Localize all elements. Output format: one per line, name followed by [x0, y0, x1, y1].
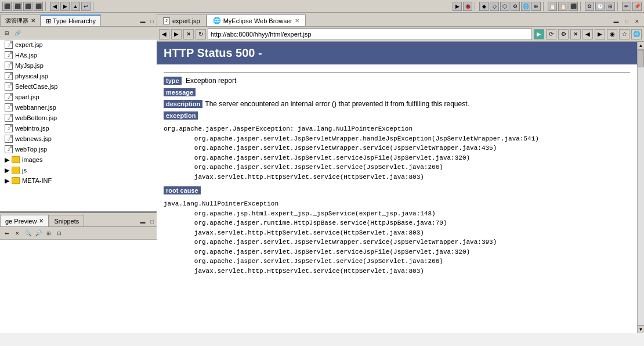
tab-snippets[interactable]: Snippets: [49, 215, 84, 226]
toolbar-icon-3[interactable]: ⬛: [23, 2, 32, 11]
toolbar-icon-19[interactable]: 🕐: [595, 2, 605, 11]
tab-expert-jsp[interactable]: J expert.jsp: [157, 15, 207, 26]
toolbar-icon-8[interactable]: ↩: [81, 2, 91, 11]
left-panel-toolbar: ⊟ 🔗: [0, 27, 157, 39]
scroll-down-btn[interactable]: ▼: [638, 325, 644, 333]
collapse-all-btn[interactable]: ⊟: [2, 28, 12, 38]
right-panel-min[interactable]: ▬: [612, 17, 621, 26]
left-panel-tabs: 源管理器 ✕ ⊞ Type Hierarchy ▬ □: [0, 13, 157, 27]
toolbar-icon-5[interactable]: ◀: [50, 2, 59, 11]
bottom-btn-2[interactable]: ✕: [13, 229, 22, 238]
tree-item-meta-inf[interactable]: ▶ META-INF: [0, 175, 157, 186]
toolbar-icon-4[interactable]: ⬛: [34, 2, 43, 11]
maximize-bottom-btn[interactable]: □: [147, 217, 157, 226]
scroll-up-btn[interactable]: ▲: [638, 42, 644, 50]
toolbar-icon-13[interactable]: 🌐: [521, 2, 530, 11]
bottom-btn-1[interactable]: ⬅: [2, 229, 12, 238]
tree-item-webbottom[interactable]: J webBottom.jsp: [0, 113, 157, 123]
browser-stop-btn[interactable]: ✕: [183, 29, 194, 39]
tree-item-expert-jsp[interactable]: J expert.jsp: [0, 39, 157, 50]
scroll-thumb[interactable]: [638, 50, 644, 67]
tree-item-webtop[interactable]: J webTop.jsp: [0, 144, 157, 154]
toolbar-icon-20[interactable]: ⊞: [606, 2, 615, 11]
tree-item-physical[interactable]: J physical.jsp: [0, 71, 157, 81]
right-scrollbar[interactable]: ▲ ▼: [637, 42, 644, 333]
right-panel-max[interactable]: □: [622, 17, 631, 26]
toolbar-icon-18[interactable]: ⚙: [585, 2, 594, 11]
message-label: message: [164, 88, 196, 96]
tree-item-webintro[interactable]: J webintro.jsp: [0, 123, 157, 134]
toolbar-icon-6[interactable]: ▶: [60, 2, 70, 11]
tab-source-explorer[interactable]: 源管理器 ✕: [0, 15, 41, 26]
tree-item-has-jsp[interactable]: J HAs.jsp: [0, 50, 157, 60]
maximize-left-btn[interactable]: □: [147, 17, 157, 26]
toolbar-icon-7[interactable]: ▲: [71, 2, 80, 11]
tree-item-images[interactable]: ▶ images: [0, 154, 157, 165]
tree-item-webbanner[interactable]: J webbanner.jsp: [0, 102, 157, 113]
jsp-tab-icon: J: [163, 17, 170, 24]
file-label: SelectCase.jsp: [15, 83, 57, 90]
browser-btn-4[interactable]: ✕: [570, 29, 581, 39]
browser-btn-8[interactable]: ☆: [619, 29, 629, 39]
browser-refresh-btn[interactable]: ↻: [196, 29, 206, 39]
toolbar-icon-2[interactable]: ⬛: [13, 2, 22, 11]
toolbar-icon-1[interactable]: ⬛: [2, 2, 12, 11]
main-layout: 源管理器 ✕ ⊞ Type Hierarchy ▬ □ ⊟ 🔗: [0, 13, 644, 333]
minimize-bottom-btn[interactable]: ▬: [138, 217, 147, 226]
http-divider-1: [164, 73, 630, 73]
scroll-track[interactable]: [638, 50, 644, 325]
tree-item-js[interactable]: ▶ js: [0, 165, 157, 175]
web-browser-tab-label: MyEclipse Web Browser: [223, 17, 292, 24]
browser-btn-2[interactable]: ⟳: [546, 29, 556, 39]
browser-tab-close[interactable]: ✕: [295, 17, 299, 24]
toolbar-icon-11[interactable]: ⬡: [500, 2, 509, 11]
tree-item-spart[interactable]: J spart.jsp: [0, 92, 157, 102]
minimize-left-btn[interactable]: ▬: [138, 17, 147, 26]
toolbar-icon-15[interactable]: 📋: [548, 2, 557, 11]
bottom-btn-4[interactable]: 🔎: [34, 229, 43, 238]
tree-item-webnews[interactable]: J webnews.jsp: [0, 134, 157, 144]
browser-btn-7[interactable]: ◉: [607, 29, 617, 39]
bottom-panel-toolbar: ⬅ ✕ 🔍 🔎 ⊞ ⊡: [0, 227, 157, 240]
tab-type-hierarchy[interactable]: ⊞ Type Hierarchy: [41, 15, 101, 26]
toolbar-icon-12[interactable]: ⚙: [511, 2, 520, 11]
page-preview-close[interactable]: ✕: [39, 218, 44, 224]
http-type-section: type Exception report: [164, 77, 630, 85]
toolbar-icon-debug[interactable]: 🐞: [463, 2, 472, 11]
right-panel-close[interactable]: ✕: [632, 17, 642, 26]
bottom-btn-3[interactable]: 🔍: [23, 229, 32, 238]
file-label: webnews.jsp: [15, 135, 52, 142]
toolbar-icon-16[interactable]: 📋: [558, 2, 567, 11]
http-status-header: HTTP Status 500 -: [157, 42, 637, 64]
tree-item-selectcase[interactable]: J SelectCase.jsp: [0, 81, 157, 92]
toolbar-icon-22[interactable]: 📌: [632, 2, 642, 11]
toolbar-icon-9[interactable]: ◆: [479, 2, 489, 11]
browser-btn-5[interactable]: ◀: [583, 29, 593, 39]
web-content[interactable]: HTTP Status 500 - type Exception report …: [157, 42, 637, 333]
toolbar-icon-21[interactable]: ✏: [622, 2, 631, 11]
browser-btn-9[interactable]: 🌐: [631, 29, 642, 39]
toolbar-icon-14[interactable]: ⊕: [531, 2, 541, 11]
browser-btn-3[interactable]: ⚙: [558, 29, 569, 39]
folder-expand-icon: ▶: [5, 156, 9, 164]
browser-forward-btn[interactable]: ▶: [171, 29, 182, 39]
file-tree[interactable]: J expert.jsp J HAs.jsp J MyJsp.jsp J phy…: [0, 39, 157, 211]
toolbar-icon-run[interactable]: ▶: [453, 2, 462, 11]
link-editor-btn[interactable]: 🔗: [13, 28, 22, 38]
bottom-btn-6[interactable]: ⊡: [55, 229, 64, 238]
jsp-file-icon: J: [5, 93, 13, 101]
toolbar-icon-10[interactable]: ◇: [490, 2, 499, 11]
toolbar-icon-17[interactable]: ⬛: [569, 2, 578, 11]
tab-web-browser[interactable]: 🌐 MyEclipse Web Browser ✕: [207, 15, 306, 26]
tree-item-myjsp[interactable]: J MyJsp.jsp: [0, 60, 157, 71]
source-explorer-close[interactable]: ✕: [31, 17, 35, 24]
browser-back-btn[interactable]: ◀: [159, 29, 169, 39]
jsp-file-icon: J: [5, 72, 13, 80]
tab-page-preview[interactable]: ge Preview ✕: [0, 215, 49, 226]
bottom-btn-5[interactable]: ⊞: [44, 229, 53, 238]
lower-left-panel: ge Preview ✕ Snippets ▬ □ ⬅ ✕ 🔍 🔎 ⊞ ⊡: [0, 211, 157, 333]
browser-go-btn[interactable]: ▶: [534, 29, 544, 39]
url-bar[interactable]: [208, 28, 532, 40]
top-toolbar-1: ⬛ ⬛ ⬛ ⬛ ◀ ▶ ▲ ↩ ▶ 🐞 ◆ ◇ ⬡ ⚙ 🌐 ⊕ 📋 📋 ⬛ ⚙ …: [0, 0, 644, 13]
browser-btn-6[interactable]: ▶: [595, 29, 605, 39]
